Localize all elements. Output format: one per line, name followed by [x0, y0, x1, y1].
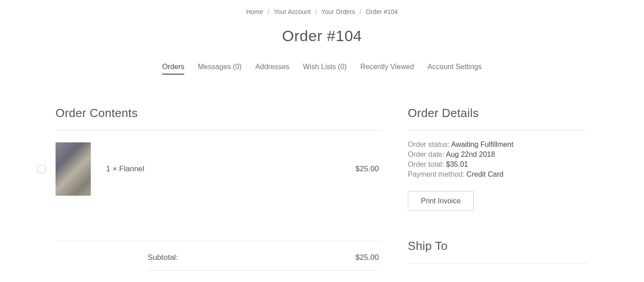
breadcrumb-sep: /	[359, 8, 361, 15]
order-status-line: Order status: Awaiting Fulfillment	[408, 141, 588, 149]
order-date-line: Order date: Aug 22nd 2018	[408, 150, 588, 159]
subtotal-row: Subtotal: $25.00	[148, 253, 379, 271]
payment-method-label: Payment method:	[408, 170, 464, 178]
order-date-value: Aug 22nd 2018	[446, 150, 495, 158]
breadcrumb: Home / Your Account / Your Orders / Orde…	[37, 0, 607, 19]
order-date-label: Order date:	[408, 150, 444, 158]
breadcrumb-sep: /	[267, 8, 269, 15]
breadcrumb-current: Order #104	[366, 8, 398, 15]
item-price: $25.00	[327, 164, 381, 174]
tab-account-settings[interactable]: Account Settings	[428, 63, 482, 75]
order-total-line: Order total: $35.01	[408, 160, 588, 169]
order-status-label: Order status:	[408, 141, 449, 148]
breadcrumb-home[interactable]: Home	[246, 8, 263, 15]
breadcrumb-sep: /	[315, 8, 317, 15]
breadcrumb-account[interactable]: Your Account	[274, 8, 311, 15]
order-total-label: Order total:	[408, 160, 444, 168]
breadcrumb-orders[interactable]: Your Orders	[321, 8, 355, 15]
page-title: Order #104	[37, 27, 607, 45]
subtotal-value: $25.00	[355, 253, 379, 262]
item-name: 1 × Flannel	[99, 164, 318, 174]
order-details-heading: Order Details	[408, 106, 588, 131]
order-status-value: Awaiting Fulfillment	[451, 141, 513, 148]
tab-recently-viewed[interactable]: Recently Viewed	[360, 63, 414, 75]
tab-orders[interactable]: Orders	[162, 63, 184, 75]
payment-method-line: Payment method: Credit Card	[408, 170, 588, 179]
ship-to-heading: Ship To	[408, 239, 588, 263]
order-total-value: $35.01	[446, 160, 468, 168]
payment-method-value: Credit Card	[467, 170, 504, 178]
subtotal-label: Subtotal:	[148, 253, 178, 262]
print-invoice-button[interactable]: Print Invoice	[408, 191, 474, 211]
order-totals: Subtotal: $25.00	[56, 241, 381, 271]
tab-wishlists[interactable]: Wish Lists (0)	[303, 63, 347, 75]
tab-addresses[interactable]: Addresses	[255, 63, 289, 75]
order-contents-heading: Order Contents	[56, 106, 381, 131]
item-image	[56, 142, 91, 196]
account-tabs: Orders Messages (0) Addresses Wish Lists…	[37, 63, 607, 75]
item-checkbox[interactable]	[37, 165, 46, 173]
tab-messages[interactable]: Messages (0)	[198, 63, 242, 75]
order-item-row: 1 × Flannel $25.00	[56, 141, 381, 241]
